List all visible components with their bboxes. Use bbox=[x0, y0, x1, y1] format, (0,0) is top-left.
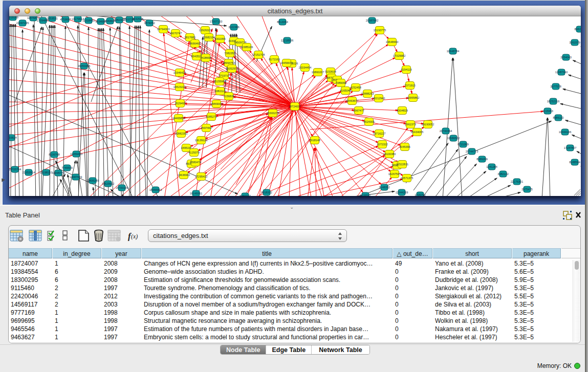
svg-text:10344146: 10344146 bbox=[559, 130, 571, 134]
svg-text:15869000: 15869000 bbox=[210, 102, 223, 105]
svg-text:14636992: 14636992 bbox=[178, 173, 190, 177]
svg-text:3382132: 3382132 bbox=[497, 172, 508, 176]
svg-text:18252216: 18252216 bbox=[547, 100, 559, 103]
svg-text:15155998: 15155998 bbox=[213, 80, 226, 83]
svg-text:9893824: 9893824 bbox=[9, 136, 17, 139]
svg-text:16052972: 16052972 bbox=[226, 67, 238, 70]
svg-text:14387959: 14387959 bbox=[70, 176, 82, 179]
svg-text:10571375: 10571375 bbox=[401, 177, 413, 180]
svg-text:18366963: 18366963 bbox=[149, 188, 162, 191]
svg-text:17287807: 17287807 bbox=[564, 146, 576, 149]
svg-text:1705792: 1705792 bbox=[415, 193, 425, 196]
svg-text:16860207: 16860207 bbox=[312, 71, 324, 74]
svg-text:22926327: 22926327 bbox=[199, 29, 211, 32]
svg-text:12218506: 12218506 bbox=[281, 39, 293, 42]
svg-text:13716227: 13716227 bbox=[373, 132, 385, 135]
svg-text:20744773: 20744773 bbox=[466, 150, 478, 153]
svg-text:15300275: 15300275 bbox=[267, 112, 279, 115]
svg-text:1653531: 1653531 bbox=[47, 17, 57, 20]
svg-text:4302355: 4302355 bbox=[214, 37, 225, 40]
svg-text:18705794: 18705794 bbox=[9, 168, 21, 171]
svg-text:4129379: 4129379 bbox=[188, 151, 199, 154]
svg-text:16670747: 16670747 bbox=[169, 32, 182, 35]
svg-text:21353914: 21353914 bbox=[23, 171, 35, 174]
svg-text:14794303: 14794303 bbox=[157, 28, 169, 31]
svg-text:15193775: 15193775 bbox=[374, 29, 386, 32]
svg-text:10955862: 10955862 bbox=[407, 96, 419, 99]
svg-text:4165048: 4165048 bbox=[340, 89, 351, 92]
svg-text:12888253: 12888253 bbox=[361, 92, 374, 95]
svg-text:8986110: 8986110 bbox=[553, 116, 563, 119]
svg-text:13529912: 13529912 bbox=[102, 182, 114, 185]
svg-text:7371915: 7371915 bbox=[404, 84, 415, 87]
svg-text:1072322: 1072322 bbox=[377, 143, 387, 146]
svg-text:12385106: 12385106 bbox=[241, 46, 253, 49]
svg-text:3045396: 3045396 bbox=[399, 145, 410, 148]
svg-text:10648784: 10648784 bbox=[447, 50, 459, 53]
svg-text:3642648: 3642648 bbox=[132, 17, 143, 20]
svg-text:17329982: 17329982 bbox=[393, 54, 405, 57]
svg-text:2967477: 2967477 bbox=[353, 109, 364, 112]
svg-text:15198153: 15198153 bbox=[40, 171, 52, 174]
svg-text:3529497: 3529497 bbox=[175, 102, 185, 105]
svg-text:19465853: 19465853 bbox=[172, 117, 185, 120]
svg-text:20053346: 20053346 bbox=[78, 64, 90, 68]
svg-text:8106768: 8106768 bbox=[49, 153, 59, 156]
svg-text:19139121: 19139121 bbox=[195, 139, 207, 142]
svg-text:21097245: 21097245 bbox=[16, 21, 29, 25]
svg-text:2962373: 2962373 bbox=[405, 123, 416, 126]
svg-text:18994763: 18994763 bbox=[223, 61, 235, 64]
svg-text:8172169: 8172169 bbox=[269, 58, 279, 61]
svg-text:6524305: 6524305 bbox=[363, 120, 374, 123]
svg-text:22176301: 22176301 bbox=[511, 180, 523, 183]
svg-text:20740364: 20740364 bbox=[440, 129, 452, 133]
svg-text:16523222: 16523222 bbox=[173, 85, 186, 89]
svg-text:4252458: 4252458 bbox=[350, 86, 361, 89]
svg-text:4285271: 4285271 bbox=[206, 115, 216, 118]
svg-text:14100380: 14100380 bbox=[383, 152, 396, 156]
svg-text:3874052: 3874052 bbox=[144, 21, 155, 25]
svg-text:9153634: 9153634 bbox=[325, 70, 336, 73]
svg-text:4666460: 4666460 bbox=[189, 42, 200, 45]
svg-text:5703737: 5703737 bbox=[219, 74, 229, 77]
svg-text:8389269: 8389269 bbox=[476, 158, 487, 161]
svg-text:19095773: 19095773 bbox=[52, 171, 64, 174]
svg-text:4753657: 4753657 bbox=[60, 18, 71, 21]
svg-text:8188594: 8188594 bbox=[569, 161, 580, 164]
svg-text:22682194: 22682194 bbox=[203, 36, 215, 39]
svg-text:20334454: 20334454 bbox=[299, 66, 311, 69]
svg-text:2697462: 2697462 bbox=[201, 126, 211, 129]
svg-text:11522831: 11522831 bbox=[396, 163, 408, 166]
svg-text:18724007: 18724007 bbox=[289, 105, 301, 108]
svg-text:8304829: 8304829 bbox=[397, 109, 407, 112]
svg-text:8721369: 8721369 bbox=[458, 143, 468, 146]
svg-text:19648490: 19648490 bbox=[386, 40, 398, 43]
svg-text:2054043: 2054043 bbox=[560, 56, 571, 59]
svg-text:7389096: 7389096 bbox=[335, 81, 346, 84]
svg-text:2918148: 2918148 bbox=[309, 139, 320, 142]
svg-text:6194119: 6194119 bbox=[401, 68, 411, 71]
svg-text:15700199: 15700199 bbox=[116, 186, 128, 189]
svg-text:17295412: 17295412 bbox=[195, 175, 207, 178]
svg-text:12344269: 12344269 bbox=[396, 191, 408, 194]
svg-text:2975475: 2975475 bbox=[521, 188, 532, 191]
svg-text:12087340: 12087340 bbox=[555, 71, 568, 74]
svg-text:16267547: 16267547 bbox=[388, 172, 401, 176]
svg-text:17307133: 17307133 bbox=[210, 20, 222, 23]
svg-text:9382113: 9382113 bbox=[214, 90, 225, 93]
svg-text:20434065: 20434065 bbox=[411, 130, 423, 134]
svg-text:15463677: 15463677 bbox=[346, 99, 358, 102]
svg-text:16149361: 16149361 bbox=[190, 192, 202, 195]
svg-text:22882351: 22882351 bbox=[175, 132, 187, 135]
svg-text:2817683: 2817683 bbox=[184, 36, 195, 39]
svg-text:8813054: 8813054 bbox=[277, 20, 288, 24]
svg-text:19586522: 19586522 bbox=[447, 137, 460, 140]
svg-text:7428696: 7428696 bbox=[200, 56, 211, 59]
svg-text:3215953: 3215953 bbox=[542, 110, 553, 113]
svg-text:17151708: 17151708 bbox=[252, 53, 265, 56]
svg-text:5060227: 5060227 bbox=[239, 194, 250, 196]
svg-text:3322386: 3322386 bbox=[228, 26, 239, 29]
svg-text:20387682: 20387682 bbox=[366, 19, 378, 22]
svg-text:6580474: 6580474 bbox=[190, 161, 201, 164]
svg-text:7156836: 7156836 bbox=[223, 95, 234, 98]
